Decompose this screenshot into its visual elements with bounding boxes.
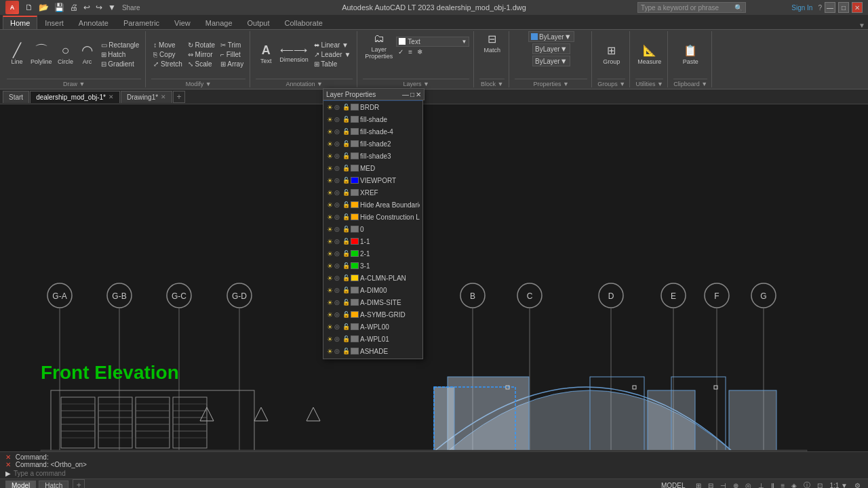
layer-item-3-1[interactable]: ☀ ◎ 🔓 3-1 [323,260,422,272]
selection-icon[interactable]: ⊡ [815,481,825,489]
layer-properties-button[interactable]: 🗂 LayerProperties [363,31,395,61]
save-icon[interactable]: 💾 [52,2,66,13]
drawing1-tab-close[interactable]: ✕ [161,94,166,100]
layer-dropdown-button[interactable]: Text ▼ [396,37,469,47]
layer-panel-maximize[interactable]: □ [410,91,414,98]
circle-button[interactable]: ○ Circle [56,42,76,66]
new-icon[interactable]: 🗋 [23,2,35,13]
share-button[interactable]: Share [122,4,140,12]
layer-item-fill-shade3[interactable]: ☀ ◎ 🔓 fill-shade3 [323,150,422,162]
layer-freeze-button[interactable]: ❄ [415,47,425,56]
open-icon[interactable]: 📂 [37,2,51,13]
close-button[interactable]: ✕ [852,2,863,13]
doc-tab-main[interactable]: dealership_mod_obj-1* ✕ [30,91,120,103]
layer-item-viewport[interactable]: ☀ ◎ 🔓 VIEWPORT [323,174,422,186]
layer-panel-minimize[interactable]: — [402,91,409,98]
color-selector[interactable]: ByLayer ▼ [528,31,574,42]
ortho-icon[interactable]: ⊣ [718,481,728,489]
annotation-scale[interactable]: 1:1 ▼ [827,481,850,489]
layer-item-a-clmn-plan[interactable]: ☀ ◎ 🔓 A-CLMN-PLAN [323,272,422,284]
more-icon[interactable]: ▼ [106,2,118,13]
table-button[interactable]: ⊞ Table [312,60,353,68]
trim-button[interactable]: ✂ Trim [218,41,245,49]
tab-manage[interactable]: Manage [198,16,240,29]
command-input[interactable] [14,470,863,477]
mirror-button[interactable]: ⇔ Mirror [186,50,217,59]
tab-parametric[interactable]: Parametric [116,16,167,29]
measure-button[interactable]: 📐 Measure [635,43,663,66]
search-icon[interactable]: 🔍 [734,4,743,12]
minimize-button[interactable]: — [825,2,835,13]
polyline-button[interactable]: ⌒ Polyline [28,42,54,66]
search-bar[interactable]: Type a keyword or phrase 🔍 [637,2,746,13]
layer-item-med[interactable]: ☀ ◎ 🔓 MED [323,162,422,174]
rotate-button[interactable]: ↻ Rotate [186,41,217,49]
arc-button[interactable]: ◠ Arc [77,42,98,66]
new-tab-button[interactable]: + [173,91,185,103]
layer-match-button[interactable]: ≡ [406,47,414,56]
dynin-icon[interactable]: Ⅱ [769,481,776,489]
match-button[interactable]: ⊟ Match [482,31,503,55]
osnap-icon[interactable]: ◎ [743,481,753,489]
hatch-button[interactable]: ⊞ Hatch [99,50,142,59]
group-button[interactable]: ⊞ Group [601,43,622,66]
doc-tab-drawing1[interactable]: Drawing1* ✕ [121,91,172,103]
layer-item-ashade[interactable]: ☀ ◎ 🔓 ASHADE [323,345,422,357]
undo-icon[interactable]: ↩ [81,2,92,13]
transparency-icon[interactable]: ◈ [789,481,799,489]
make-current-button[interactable]: ✓ [396,47,406,56]
scale-button[interactable]: ⤡ Scale [186,60,217,68]
line-button[interactable]: ╱ Line [7,42,27,66]
tab-annotate[interactable]: Annotate [71,16,116,29]
layer-item-a-symb-grid[interactable]: ☀ ◎ 🔓 A-SYMB-GRID [323,308,422,321]
copy-button[interactable]: ⎘ Copy [151,50,184,59]
tab-view[interactable]: View [167,16,198,29]
snap-icon[interactable]: ⊟ [706,481,715,489]
lineweight-icon[interactable]: ≡ [779,481,787,489]
print-icon[interactable]: 🖨 [68,2,80,13]
qprops-icon[interactable]: ⓘ [802,480,812,488]
maximize-button[interactable]: □ [838,2,849,13]
layer-item-fill-shade[interactable]: ☀ ◎ 🔓 fill-shade [323,113,422,125]
layer-panel-close[interactable]: ✕ [416,91,421,98]
tab-home[interactable]: Home [3,16,37,29]
array-button[interactable]: ⊞ Array [218,60,245,68]
signin-button[interactable]: Sign In [791,4,812,12]
layer-item-a-wpl01[interactable]: ☀ ◎ 🔓 A-WPL01 [323,333,422,345]
fillet-button[interactable]: ⌐ Fillet [218,50,245,59]
layer-item-brick[interactable]: ☀ ◎ 🔓 Brick [323,357,422,359]
linear-button[interactable]: ⬌ Linear ▼ [312,41,353,49]
layer-item-xref[interactable]: ☀ ◎ 🔓 XREF [323,186,422,199]
layer-item-hide-construction-lines[interactable]: ☀ ◎ 🔓 Hide Construction Lines [323,211,422,223]
layer-item-a-dims-site[interactable]: ☀ ◎ 🔓 A-DIMS-SITE [323,296,422,308]
model-tab[interactable]: Model [5,481,36,489]
paste-button[interactable]: 📋 Paste [680,43,701,66]
layer-item-a-dim00[interactable]: ☀ ◎ 🔓 A-DIM00 [323,284,422,296]
tab-insert[interactable]: Insert [37,16,71,29]
layer-item-brdr[interactable]: ☀ ◎ 🔓 BRDR [323,101,422,113]
leader-button[interactable]: ↗ Leader ▼ [312,50,353,59]
layer-item-1-1[interactable]: ☀ ◎ 🔓 1-1 [323,235,422,247]
layer-item-2-1[interactable]: ☀ ◎ 🔓 2-1 [323,247,422,260]
dimension-button[interactable]: ⟵⟶ Dimension [277,44,311,64]
layer-item-a-wpl00[interactable]: ☀ ◎ 🔓 A-WPL00 [323,321,422,333]
doc-tab-start[interactable]: Start [3,91,29,103]
stretch-button[interactable]: ⤢ Stretch [151,60,184,68]
layout-add-button[interactable]: + [73,479,85,488]
text-button[interactable]: A Text [256,43,276,66]
redo-icon[interactable]: ↪ [94,2,104,13]
ribbon-pin[interactable]: ▼ [859,22,868,29]
move-button[interactable]: ↕ Move [151,41,184,49]
gradient-button[interactable]: ⊟ Gradient [99,60,142,68]
main-tab-close[interactable]: ✕ [108,94,114,100]
polar-icon[interactable]: ⊕ [731,481,741,489]
layer-item-hide-area-boundaries[interactable]: ☀ ◎ 🔓 Hide Area Boundaries [323,199,422,211]
layer-item-0[interactable]: ☀ ◎ 🔓 0 [323,223,422,235]
help-icon[interactable]: ? [818,4,822,12]
tab-collaborate[interactable]: Collaborate [277,16,330,29]
tab-output[interactable]: Output [240,16,277,29]
linetype-selector[interactable]: ByLayer ▼ [532,43,570,54]
layer-item-fill-shade-4[interactable]: ☀ ◎ 🔓 fill-shade-4 [323,125,422,138]
grid-icon[interactable]: ⊞ [694,481,703,489]
workspace-icon[interactable]: ⚙ [852,481,863,489]
